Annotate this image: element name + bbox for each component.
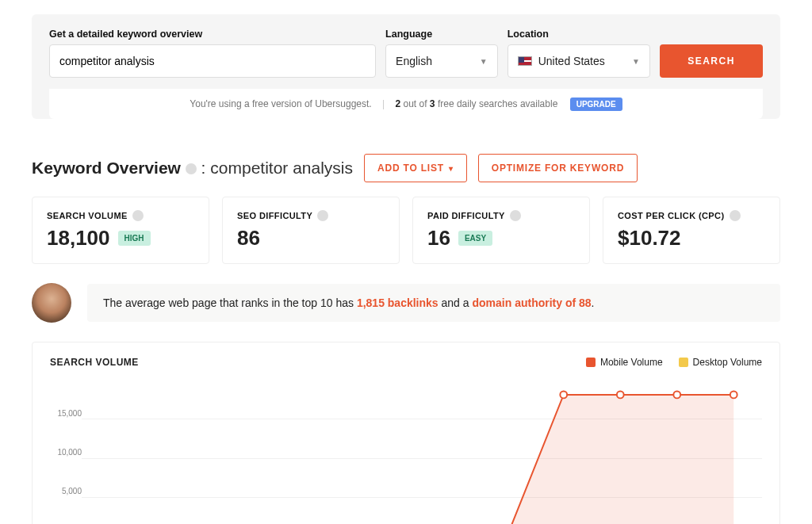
- info-icon[interactable]: [132, 210, 144, 221]
- metric-cpc: COST PER CLICK (CPC) $10.72: [603, 197, 780, 264]
- info-icon[interactable]: [730, 210, 741, 221]
- optimize-button[interactable]: OPTIMIZE FOR KEYWORD: [478, 154, 638, 182]
- usage-prefix: You're using a free version of Ubersugge…: [190, 98, 371, 109]
- usage-total: 3: [430, 98, 435, 109]
- language-select[interactable]: English ▼: [385, 44, 498, 78]
- metric-paid-difficulty: PAID DIFFICULTY 16 EASY: [412, 197, 590, 264]
- metric-search-volume: SEARCH VOLUME 18,100 HIGH: [32, 197, 209, 264]
- usage-bar: You're using a free version of Ubersugge…: [49, 89, 763, 119]
- chevron-down-icon: ▼: [480, 57, 488, 66]
- chevron-down-icon: ▾: [449, 164, 454, 173]
- tip-box: The average web page that ranks in the t…: [87, 284, 780, 322]
- tip-domain-authority: domain authority of 88: [472, 296, 591, 309]
- keyword-label: Get a detailed keyword overview: [49, 29, 376, 40]
- chart-card: SEARCH VOLUME Mobile Volume Desktop Volu…: [32, 342, 780, 524]
- high-badge: HIGH: [118, 231, 151, 246]
- location-select[interactable]: United States ▼: [508, 44, 650, 78]
- search-volume-value: 18,100: [47, 226, 110, 251]
- add-to-list-button[interactable]: ADD TO LIST ▾: [364, 154, 467, 182]
- keyword-input-wrap[interactable]: [49, 44, 376, 78]
- search-panel: Get a detailed keyword overview Language…: [32, 14, 780, 119]
- seo-difficulty-value: 86: [237, 226, 260, 251]
- chart-plot: [82, 379, 762, 524]
- info-icon[interactable]: [510, 210, 521, 221]
- svg-point-9: [617, 391, 624, 398]
- easy-badge: EASY: [458, 231, 492, 246]
- language-value: English: [396, 55, 432, 67]
- info-icon[interactable]: [186, 163, 197, 174]
- cpc-value: $10.72: [618, 226, 681, 251]
- language-label: Language: [385, 29, 498, 40]
- usage-remaining: 2: [395, 98, 400, 109]
- keyword-input[interactable]: [59, 55, 366, 67]
- chart-title: SEARCH VOLUME: [50, 357, 139, 368]
- upgrade-button[interactable]: UPGRADE: [570, 98, 622, 111]
- search-button[interactable]: SEARCH: [660, 44, 763, 78]
- legend-swatch-desktop: [679, 358, 688, 367]
- chevron-down-icon: ▼: [632, 57, 640, 66]
- flag-us-icon: [518, 56, 532, 66]
- location-value: United States: [538, 55, 605, 67]
- chart-legend: Mobile Volume Desktop Volume: [586, 357, 762, 368]
- legend-swatch-mobile: [586, 358, 596, 367]
- svg-point-11: [730, 391, 737, 398]
- location-label: Location: [508, 29, 650, 40]
- page-title: Keyword Overview : competitor analysis: [32, 159, 353, 178]
- chart-yaxis: 15,000 10,000 5,000 0: [50, 379, 82, 524]
- metric-seo-difficulty: SEO DIFFICULTY 86: [222, 197, 400, 264]
- tip-backlinks: 1,815 backlinks: [357, 296, 439, 309]
- svg-point-10: [673, 391, 680, 398]
- info-icon[interactable]: [317, 210, 328, 221]
- svg-point-8: [560, 391, 567, 398]
- paid-difficulty-value: 16: [427, 226, 450, 251]
- avatar: [32, 283, 71, 323]
